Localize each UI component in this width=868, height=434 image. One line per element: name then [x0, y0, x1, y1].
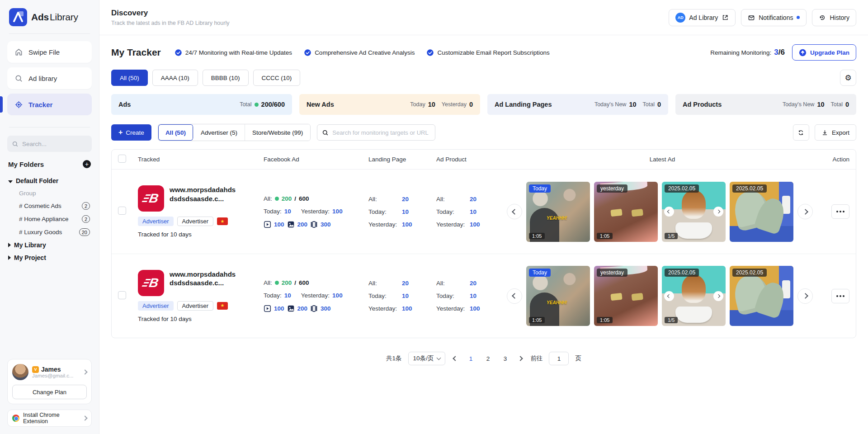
prev-page-button[interactable]	[452, 356, 459, 361]
video-ads-stat[interactable]: 100	[264, 221, 284, 228]
thumb-prev-button[interactable]	[664, 207, 674, 217]
folder-my-project[interactable]: My Project	[7, 251, 92, 264]
change-plan-button[interactable]: Change Plan	[12, 385, 87, 399]
sidebar-item-ad-library[interactable]: Ad library	[7, 67, 92, 89]
ad-thumbnail-image[interactable]: 2025.02.05	[730, 182, 793, 242]
filter-all[interactable]: All (50)	[158, 124, 193, 141]
monitoring-search[interactable]	[317, 124, 435, 141]
ad-thumbnail-carousel[interactable]: 2025.02.05 1/5	[662, 266, 726, 326]
more-actions-button[interactable]	[831, 204, 849, 219]
ad-product-cell: All:20 Today:10 Yesterday:100	[436, 196, 504, 228]
upgrade-plan-button[interactable]: Upgrade Plan	[792, 44, 856, 61]
monitoring-search-input[interactable]	[332, 129, 430, 136]
ad-thumbnail-video[interactable]: yesterday 1:05	[594, 266, 658, 326]
history-icon	[819, 14, 826, 21]
ad-thumbnail-image[interactable]: 2025.02.05	[730, 266, 793, 326]
export-button[interactable]: Export	[815, 124, 856, 141]
website-link[interactable]: www.morpsdadahdsdsdsdsaasde.c...	[170, 270, 237, 296]
folder-default[interactable]: Default Folder	[7, 175, 92, 187]
thumb-next-button[interactable]	[713, 207, 723, 217]
create-button[interactable]: +Create	[111, 124, 151, 141]
ad-thumbnail-video[interactable]: yesterday 1:05	[594, 182, 658, 242]
sidebar-search[interactable]	[7, 136, 92, 152]
stat-card-landing-pages: Ad Landing Pages Today's New10Total0	[487, 94, 668, 115]
carousel-ads-stat[interactable]: 300	[310, 221, 331, 228]
folder-tag-cosmetic-ads[interactable]: # Cosmetic Ads 2	[7, 199, 92, 212]
play-icon	[264, 221, 271, 228]
history-button[interactable]: History	[812, 9, 856, 26]
user-card[interactable]: V James James@gmail.c... Change Plan	[7, 359, 92, 404]
carousel-prev-button[interactable]	[507, 204, 522, 219]
refresh-button[interactable]	[793, 124, 809, 141]
notifications-button[interactable]: Notifications	[741, 9, 807, 26]
yesterday-count[interactable]: 100	[332, 208, 343, 215]
sidebar-search-input[interactable]	[22, 141, 87, 147]
yesterday-count[interactable]: 100	[402, 305, 412, 312]
all-count[interactable]: 20	[470, 196, 476, 203]
yesterday-count[interactable]: 100	[332, 292, 343, 299]
folder-tag-luxury-goods[interactable]: # Luxury Goods 20	[7, 226, 92, 239]
chrome-icon	[12, 415, 19, 422]
remaining-total: /6	[778, 48, 785, 57]
thumb-next-button[interactable]	[713, 291, 723, 301]
all-count[interactable]: 20	[402, 196, 409, 203]
ad-thumbnail-video[interactable]: Today YEAHHH! 1:05	[526, 182, 590, 242]
carousel-icon	[310, 221, 318, 228]
tab-aaaa[interactable]: AAAA (10)	[152, 70, 198, 86]
all-count[interactable]: 20	[402, 280, 409, 287]
filter-store-website[interactable]: Store/Website (99)	[245, 124, 310, 141]
sidebar-item-swipe-file[interactable]: Swipe File	[7, 41, 92, 63]
today-count[interactable]: 10	[402, 208, 409, 215]
ad-duration-badge: 1:05	[529, 317, 545, 323]
row-checkbox[interactable]	[118, 207, 126, 215]
today-count[interactable]: 10	[470, 292, 476, 299]
tab-all[interactable]: All (50)	[111, 70, 148, 86]
yesterday-count[interactable]: 100	[470, 221, 480, 228]
video-ads-stat[interactable]: 100	[264, 305, 284, 312]
carousel-ads-stat[interactable]: 300	[310, 305, 331, 312]
install-extension-button[interactable]: Install Chrome Extension	[7, 410, 92, 427]
search-icon	[322, 129, 329, 136]
folder-tag-home-appliance[interactable]: # Home Appliance 2	[7, 212, 92, 226]
page-number-3[interactable]: 3	[500, 353, 510, 364]
today-label: Today:	[436, 292, 470, 299]
carousel-prev-button[interactable]	[507, 288, 522, 304]
today-count[interactable]: 10	[284, 292, 291, 299]
add-folder-button[interactable]	[83, 160, 91, 168]
folder-my-library[interactable]: My Library	[7, 239, 92, 251]
carousel-next-button[interactable]	[797, 204, 813, 219]
latest-ad-cell: Today YEAHHH! 1:05 yesterday 1:05	[504, 266, 821, 326]
filter-advertiser[interactable]: Advertiser (5)	[193, 124, 245, 141]
thumb-prev-button[interactable]	[664, 291, 674, 301]
tracker-title: My Tracker	[111, 47, 161, 58]
select-all-checkbox[interactable]	[118, 155, 126, 163]
tab-bbbb[interactable]: BBBB (10)	[203, 70, 249, 86]
next-page-button[interactable]	[517, 356, 524, 361]
all-count[interactable]: 20	[470, 280, 476, 287]
tab-cccc[interactable]: CCCC (10)	[253, 70, 301, 86]
row-checkbox[interactable]	[118, 291, 126, 299]
ad-thumbnail-video[interactable]: Today YEAHHH! 1:05	[526, 266, 590, 326]
ads-current-count[interactable]: 200	[282, 279, 292, 286]
today-count[interactable]: 10	[470, 208, 476, 215]
website-link[interactable]: www.morpsdadahdsdsdsdsaasde.c...	[170, 185, 237, 212]
more-actions-button[interactable]	[831, 289, 849, 303]
page-number-2[interactable]: 2	[482, 353, 493, 364]
yesterday-count[interactable]: 100	[470, 305, 480, 312]
today-count[interactable]: 10	[402, 292, 409, 299]
ad-thumbnail-carousel[interactable]: 2025.02.05 1/5	[662, 182, 726, 242]
carousel-next-button[interactable]	[797, 288, 813, 304]
brand-name-bold: Ads	[31, 12, 49, 22]
image-ads-stat[interactable]: 200	[287, 221, 308, 228]
settings-gear-button[interactable]	[840, 70, 856, 86]
page-number-1[interactable]: 1	[465, 353, 476, 364]
advertiser-tag: Advertiser	[177, 301, 214, 311]
goto-page-input[interactable]	[549, 352, 569, 365]
today-count[interactable]: 10	[284, 208, 291, 215]
yesterday-count[interactable]: 100	[402, 221, 412, 228]
sidebar-item-tracker[interactable]: Tracker	[7, 94, 92, 115]
ad-library-button[interactable]: AD Ad Library	[669, 9, 736, 26]
page-size-select[interactable]: 10条/页	[408, 352, 446, 365]
image-ads-stat[interactable]: 200	[287, 305, 308, 312]
ads-current-count[interactable]: 200	[282, 195, 292, 202]
